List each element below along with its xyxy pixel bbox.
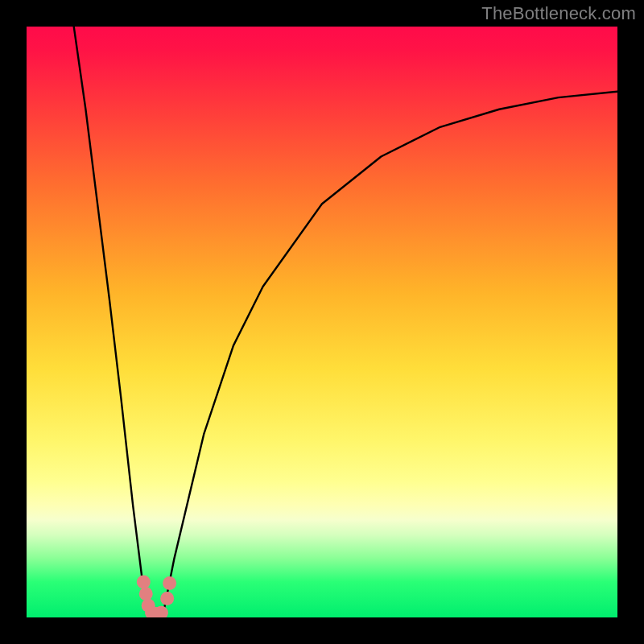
- watermark-text: TheBottleneck.com: [481, 3, 636, 24]
- marker-dot: [139, 587, 153, 601]
- curve-markers: [137, 575, 176, 617]
- marker-dot: [160, 592, 174, 605]
- curve-layer: [27, 27, 617, 617]
- chart-frame: TheBottleneck.com: [0, 0, 644, 644]
- series-right-branch: [156, 92, 617, 617]
- bottleneck-curve: [74, 27, 617, 617]
- marker-dot: [163, 576, 176, 590]
- plot-area: [27, 27, 617, 617]
- marker-dot: [137, 575, 151, 588]
- series-left-branch: [74, 27, 157, 617]
